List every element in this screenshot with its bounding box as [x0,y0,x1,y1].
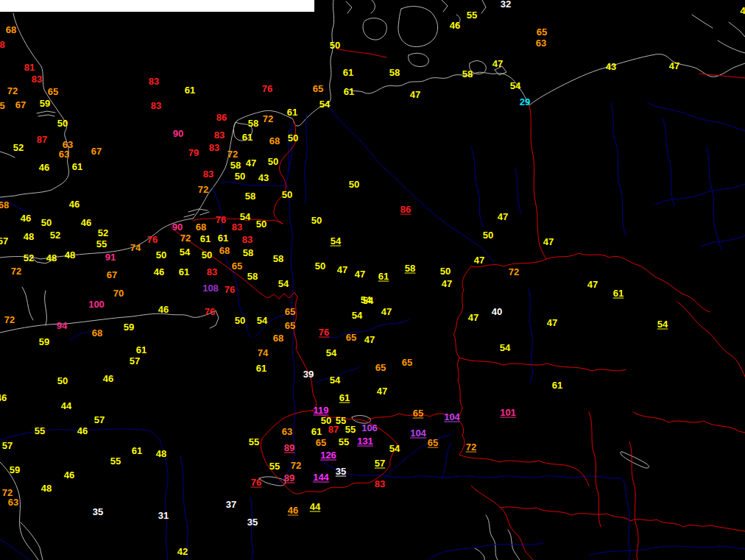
station-value: 100 [88,299,105,310]
station-value: 101 [500,407,516,418]
station-value: 83 [375,478,385,489]
station-value: 50 [349,179,359,190]
station-value: 48 [46,252,57,263]
station-value: 58 [243,247,253,258]
station-value: 76 [251,477,261,488]
station-value: 72 [4,314,15,325]
station-value: 43 [606,61,616,72]
station-value: 108 [202,283,219,294]
station-value: 55 [110,456,121,467]
station-value: 67 [91,146,102,157]
station-value: 46 [77,425,88,436]
station-value: 65 [285,320,295,331]
station-value: 47 [498,211,508,222]
station-value: 43 [258,172,269,183]
station-value: 83 [214,130,225,141]
station-value: 57 [0,235,8,247]
station-value: 46 [158,304,169,315]
station-value: 50 [202,249,212,260]
station-value: 61 [339,392,350,403]
station-value: 46 [288,505,298,516]
station-value: 50 [330,40,340,51]
coastlines [0,0,745,560]
station-value: 54 [352,310,362,321]
station-value: 46 [21,213,31,224]
station-value: 55 [339,436,349,447]
station-value: 131 [357,436,373,447]
station-value: 29 [520,96,530,107]
station-value: 91 [105,252,116,263]
station-value: 65 [48,86,58,97]
station-value: 72 [227,149,238,160]
station-value: 50 [41,217,52,228]
station-value: 86 [400,204,411,215]
station-value: 87 [328,424,339,435]
station-value: 58 [389,67,400,78]
station-value: 5 [0,100,5,111]
station-value: 81 [24,62,35,73]
station-value: 58 [405,263,415,274]
station-value: 74 [258,347,268,358]
station-value: 37 [226,499,236,510]
station-value: 61 [136,344,146,355]
station-value: 57 [94,414,105,425]
station-value: 61 [344,86,354,97]
station-value: 57 [130,355,140,366]
station-value: 35 [336,466,346,477]
station-value: 50 [315,260,325,272]
station-value: 65 [232,260,242,272]
station-value: 68 [6,24,16,35]
station-value: 65 [375,362,386,373]
station-value: 104 [410,428,426,439]
station-value: 61 [378,271,389,282]
station-value: 61 [200,233,211,244]
station-value: 54 [257,315,267,326]
station-value: 61 [343,67,353,78]
station-value: 54 [326,347,336,358]
station-value: 58 [247,271,258,282]
station-value: 58 [230,160,241,171]
station-value: 55 [269,461,280,472]
station-value: 50 [235,315,245,326]
station-value: 46 [64,469,74,481]
station-value: 52 [50,230,60,241]
station-value: 55 [35,425,45,436]
station-value: 68 [269,135,280,146]
station-value: 46 [154,266,164,277]
station-value: 57 [375,458,385,469]
station-value: 52 [13,142,24,153]
station-value: 54 [657,319,668,330]
station-value: 46 [0,392,7,403]
station-value: 47 [547,317,557,328]
station-value: 67 [15,99,26,110]
station-value: 144 [313,472,329,483]
station-value: 50 [311,215,322,226]
station-value: 32 [501,0,511,10]
station-value: 68 [92,327,102,339]
station-value: 119 [314,405,329,416]
station-value: 63 [8,497,18,508]
station-value: 65 [413,408,423,419]
station-value: 74 [130,242,141,253]
station-value: 54 [389,443,400,454]
station-value: 76 [319,327,329,338]
station-value: 59 [10,464,20,475]
station-value: 68 [273,333,283,344]
station-value: 47 [381,306,392,317]
station-value: 52 [98,227,108,238]
station-value: 35 [247,517,258,528]
station-value: 47 [337,264,347,275]
station-value: 54 [330,375,340,386]
station-value: 126 [320,450,336,461]
station-value: 8 [0,39,5,50]
station-value: 83 [207,266,217,277]
station-value: 61 [185,85,195,96]
station-value: 83 [32,74,42,85]
station-value: 67 [107,269,117,280]
station-value: 50 [57,375,68,386]
station-value: 72 [11,266,21,277]
station-value: 54 [500,342,510,353]
station-value: 76 [205,306,215,317]
station-value: 55 [345,424,356,435]
station-value: 83 [242,234,253,245]
